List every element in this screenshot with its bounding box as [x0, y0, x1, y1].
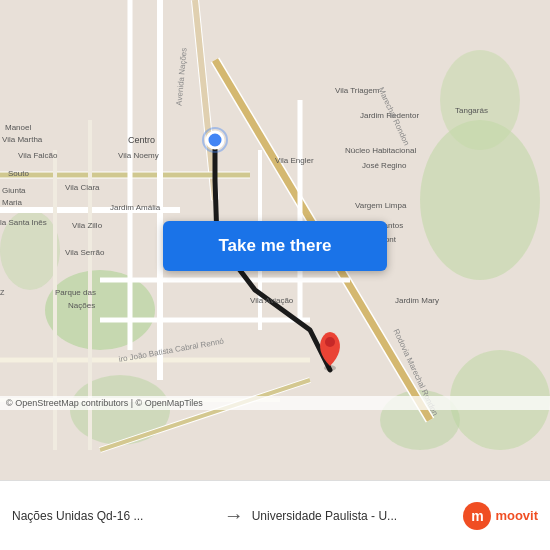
svg-text:Jardim Amália: Jardim Amália [110, 203, 161, 212]
bottom-bar: Nações Unidas Qd-16 ... → Universidade P… [0, 480, 550, 550]
route-to-text: Universidade Paulista - U... [252, 509, 456, 523]
svg-text:Manoel: Manoel [5, 123, 31, 132]
moovit-icon: m [463, 502, 491, 530]
svg-text:Vila Noemy: Vila Noemy [118, 151, 159, 160]
svg-text:Vila Triagem: Vila Triagem [335, 86, 380, 95]
svg-text:la Santa Inês: la Santa Inês [0, 218, 47, 227]
attribution: © OpenStreetMap contributors | © OpenMap… [0, 396, 550, 410]
svg-text:Maria: Maria [2, 198, 23, 207]
map-container: Manoel Vila Martha Vila Falcão Souto Giu… [0, 0, 550, 480]
route-from: Nações Unidas Qd-16 ... [12, 509, 216, 523]
svg-text:Tangarás: Tangarás [455, 106, 488, 115]
attribution-text: © OpenStreetMap contributors | © OpenMap… [6, 398, 203, 408]
moovit-text: moovit [495, 508, 538, 523]
take-me-there-button[interactable]: Take me there [163, 221, 387, 271]
moovit-logo: m moovit [463, 502, 538, 530]
svg-text:Nações: Nações [68, 301, 95, 310]
app: Manoel Vila Martha Vila Falcão Souto Giu… [0, 0, 550, 550]
svg-point-3 [440, 50, 520, 150]
route-from-text: Nações Unidas Qd-16 ... [12, 509, 216, 523]
svg-text:Vila Zillo: Vila Zillo [72, 221, 103, 230]
svg-text:Vargem Limpa: Vargem Limpa [355, 201, 407, 210]
route-to: Universidade Paulista - U... [252, 509, 456, 523]
svg-point-58 [207, 132, 223, 148]
svg-text:Vila Aviação: Vila Aviação [250, 296, 294, 305]
arrow-icon: → [216, 504, 252, 527]
svg-text:Vila Engler: Vila Engler [275, 156, 314, 165]
svg-text:Vila Clara: Vila Clara [65, 183, 100, 192]
svg-text:Souto: Souto [8, 169, 29, 178]
svg-text:Vila Serrão: Vila Serrão [65, 248, 105, 257]
svg-text:Vila Martha: Vila Martha [2, 135, 43, 144]
svg-text:Vila Falcão: Vila Falcão [18, 151, 58, 160]
svg-text:Jardim Mary: Jardim Mary [395, 296, 439, 305]
svg-text:Giunta: Giunta [2, 186, 26, 195]
svg-point-61 [325, 337, 335, 347]
svg-text:z: z [0, 287, 5, 297]
svg-text:Núcleo Habitacional: Núcleo Habitacional [345, 146, 416, 155]
svg-text:José Regino: José Regino [362, 161, 407, 170]
svg-text:Centro: Centro [128, 135, 155, 145]
svg-text:Parque das: Parque das [55, 288, 96, 297]
